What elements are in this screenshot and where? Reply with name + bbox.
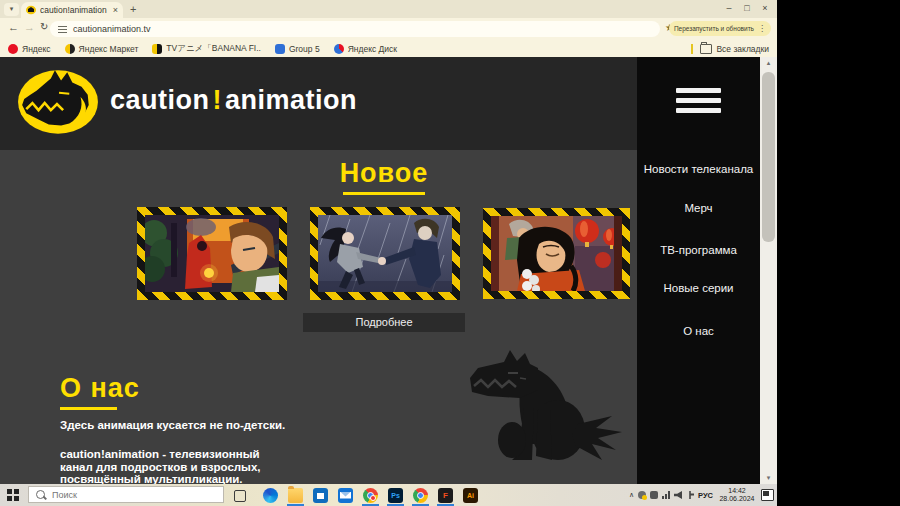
more-button[interactable]: Подробнее [303,313,465,332]
close-window-icon[interactable]: × [757,2,773,15]
news-card-3[interactable] [483,208,630,299]
chevron-down-icon: ▾ [10,5,14,12]
bookmark-label: Яндекс Маркет [79,44,139,54]
logo-caution: caution [110,85,210,115]
site-logo-text: caution!animation [110,85,357,116]
sidebar-item-tv-program[interactable]: ТВ-программа [637,244,760,256]
scroll-down-icon[interactable]: ▾ [760,474,777,482]
language-indicator[interactable]: РУС [698,491,713,500]
notification-badge [370,495,376,501]
sidebar-item-merch[interactable]: Мерч [637,202,760,214]
security-icon[interactable] [650,491,658,499]
back-icon[interactable]: ← [8,21,19,33]
title-underline [60,407,117,410]
minimize-icon[interactable]: – [721,2,737,15]
app-illustrator[interactable]: Ai [458,484,483,506]
illustrator-icon: Ai [463,488,478,503]
bookmark-group5[interactable]: Group 5 [275,44,320,54]
reload-icon[interactable]: ↻ [40,21,48,32]
clock-time: 14:42 [728,487,746,494]
app-chrome[interactable] [408,484,433,506]
tab-title: caution!animation [40,5,110,15]
bookmark-yandex-market[interactable]: Яндекс Маркет [65,44,139,54]
scrollbar-thumb[interactable] [762,72,775,242]
system-tray: ∧ РУС 14:42 28.06.2024 [629,484,774,506]
tray-chevron-icon[interactable]: ∧ [629,491,634,499]
folder-icon [700,44,712,54]
bookmark-label: Яндекс [22,44,51,54]
search-input[interactable] [50,489,184,501]
page-scrollbar[interactable]: ▴ ▾ [760,57,777,484]
card-3-image [491,216,622,291]
section-about: О нас [60,373,140,410]
title-underline [343,192,425,195]
about-tagline: Здесь анимация кусается не по-детски. [60,419,285,431]
yandex-disk-icon [334,44,344,54]
sync-status-icon[interactable] [638,491,646,499]
tab-list-button[interactable]: ▾ [4,3,19,16]
page-viewport: caution!animation Новое [0,57,777,484]
app-yandex-browser[interactable] [358,484,383,506]
taskbar-search[interactable] [28,486,224,503]
banana-fish-icon [152,44,162,54]
app-file-explorer[interactable] [283,484,308,506]
sidebar-item-news[interactable]: Новости телеканала [637,163,760,175]
logo-bang: ! [210,85,226,115]
forward-icon[interactable]: → [24,21,35,33]
app-store[interactable] [308,484,333,506]
card-1-image [145,215,279,292]
maximize-icon[interactable]: □ [739,2,755,15]
bookmark-yandex-disk[interactable]: Яндекс Диск [334,44,397,54]
store-icon [313,488,328,503]
taskbar-clock[interactable]: 14:42 28.06.2024 [717,487,757,503]
menu-dots-icon[interactable]: ⋮ [758,24,766,33]
close-tab-icon[interactable]: × [113,5,118,15]
network-icon[interactable] [662,491,670,499]
address-bar[interactable]: cautionanimation.tv [50,21,660,37]
search-icon [36,490,45,499]
new-tab-button[interactable]: + [130,3,136,15]
about-section-title: О нас [60,373,140,404]
separator [691,44,693,54]
all-bookmarks-label: Все закладки [716,44,769,54]
restart-update-button[interactable]: Перезапустить и обновить ⋮ [669,21,771,36]
site-settings-icon[interactable] [58,25,67,34]
dog-silhouette-icon [468,345,624,467]
browser-tab-active[interactable]: caution!animation × [21,2,123,18]
task-view-icon[interactable] [234,490,246,502]
bookmark-yandex[interactable]: Яндекс [8,44,51,54]
scroll-up-icon[interactable]: ▴ [760,59,777,67]
sidebar-item-new-series[interactable]: Новые серии [637,282,760,294]
taskbar-apps: Ps F Ai [258,484,483,506]
sidebar-item-about[interactable]: О нас [637,325,760,337]
notification-center-icon[interactable] [761,489,774,501]
bookmark-label: Group 5 [289,44,320,54]
section-new: Новое [284,158,484,195]
tab-strip: ▾ caution!animation × + – □ × [0,0,777,18]
app-photoshop[interactable]: Ps [383,484,408,506]
usb-icon[interactable] [686,491,694,499]
all-bookmarks-button[interactable]: Все закладки [691,44,769,54]
desktop-screen: ▾ caution!animation × + – □ × ← → ↻ caut… [0,0,777,506]
card-2-image [318,215,452,292]
news-card-1[interactable] [137,207,287,300]
news-card-2[interactable] [310,207,460,300]
clock-date: 28.06.2024 [719,495,754,502]
mail-icon [338,488,353,503]
file-explorer-icon [288,488,303,503]
edge-icon [263,488,278,503]
photoshop-icon: Ps [388,488,403,503]
app-figma[interactable]: F [433,484,458,506]
volume-icon[interactable] [674,491,682,499]
chrome-icon [413,488,428,503]
app-mail[interactable] [333,484,358,506]
yandex-browser-icon [363,488,378,503]
site-favicon-icon [26,5,36,15]
hamburger-menu-icon[interactable] [676,88,721,117]
app-edge[interactable] [258,484,283,506]
bookmark-banana-fish[interactable]: TVアニメ「BANANA FI.. [152,43,261,55]
start-button[interactable] [7,489,19,501]
url-text[interactable]: cautionanimation.tv [73,24,151,34]
new-section-title: Новое [284,158,484,189]
site-logo-dog-icon[interactable] [16,68,100,136]
